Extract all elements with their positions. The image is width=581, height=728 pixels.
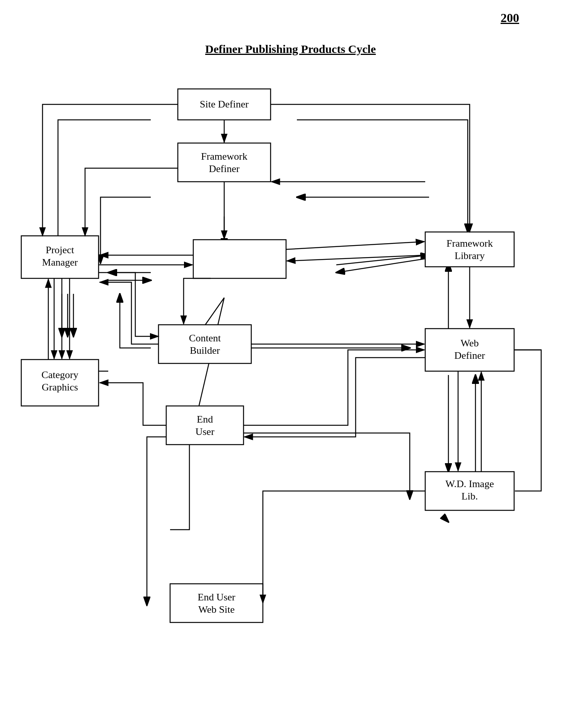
svg-rect-47	[170, 584, 263, 622]
svg-text:Library: Library	[455, 250, 485, 261]
svg-text:Framework: Framework	[201, 151, 247, 162]
svg-text:Builder: Builder	[190, 345, 220, 356]
page: 200 Definer Publishing Products Cycle	[0, 0, 581, 728]
svg-text:Definer: Definer	[454, 350, 485, 361]
svg-text:Web: Web	[461, 338, 479, 349]
svg-text:Content: Content	[189, 332, 221, 344]
svg-text:User: User	[195, 426, 214, 437]
svg-text:Site Definer: Site Definer	[200, 99, 249, 110]
svg-text:Framework: Framework	[446, 238, 493, 249]
svg-text:End: End	[197, 414, 213, 425]
diagram-area: Site Definer Framework Definer Project M…	[0, 66, 581, 728]
svg-rect-28	[425, 232, 514, 267]
svg-text:Lib.: Lib.	[462, 491, 478, 502]
svg-line-56	[287, 255, 425, 261]
svg-text:Project: Project	[46, 244, 74, 256]
svg-text:Manager: Manager	[42, 257, 78, 268]
svg-rect-31	[193, 240, 286, 278]
svg-text:W.D. Image: W.D. Image	[445, 478, 494, 489]
figure-number: 200	[501, 11, 519, 25]
diagram-title: Definer Publishing Products Cycle	[205, 43, 376, 56]
svg-rect-41	[166, 406, 244, 445]
svg-text:Definer: Definer	[209, 163, 240, 174]
flow-diagram-svg: Site Definer Framework Definer Project M…	[0, 66, 581, 728]
svg-rect-22	[178, 143, 271, 182]
svg-text:End User: End User	[198, 592, 235, 603]
svg-text:Web Site: Web Site	[198, 604, 235, 615]
svg-line-55	[286, 242, 424, 249]
svg-rect-32	[158, 325, 251, 363]
svg-text:Graphics: Graphics	[42, 382, 78, 393]
svg-text:Category: Category	[41, 369, 78, 380]
